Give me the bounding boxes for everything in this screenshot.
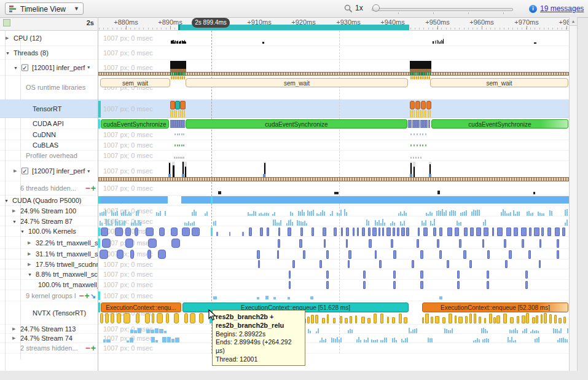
stream-activity-bar[interactable] (186, 223, 187, 226)
stream-activity-bar[interactable] (506, 213, 508, 216)
kernel-event-bar[interactable] (363, 271, 365, 279)
stream-activity-bar[interactable] (510, 212, 511, 216)
stream-activity-bar[interactable] (446, 329, 447, 333)
kernel-event-bar[interactable] (504, 239, 507, 248)
sidebar-item-threads[interactable]: ▼Threads (8) (0, 46, 98, 59)
stream-activity-bar[interactable] (528, 211, 530, 216)
stream-activity-bar[interactable] (356, 339, 358, 342)
kernel-event-bar[interactable] (334, 228, 337, 236)
kernel-event-bar[interactable] (148, 239, 157, 248)
zoom-slider-handle[interactable] (372, 4, 380, 12)
sem-wait-bar[interactable]: sem_wait (186, 78, 408, 87)
sem-wait-bar[interactable]: sem_wait (430, 78, 568, 87)
stream-activity-bar[interactable] (130, 338, 133, 342)
tick-mark[interactable] (181, 157, 182, 159)
stream-activity-bar[interactable] (192, 212, 193, 216)
stream-activity-bar[interactable] (249, 214, 251, 216)
messages-link[interactable]: 19 messages (540, 4, 584, 13)
kernel-event-bar[interactable] (361, 317, 365, 323)
kernel-event-bar[interactable] (484, 318, 486, 323)
tick-mark[interactable] (172, 110, 173, 117)
stream-activity-bar[interactable] (534, 331, 535, 333)
stream-activity-bar[interactable] (382, 340, 383, 342)
stream-activity-bar[interactable] (101, 223, 103, 226)
stream-activity-bar[interactable] (442, 209, 443, 216)
kernel-event-bar[interactable] (326, 281, 329, 289)
stream-activity-bar[interactable] (273, 220, 274, 226)
kernel-event-bar[interactable] (372, 228, 377, 236)
tick-mark[interactable] (414, 110, 415, 117)
kernel-event-bar[interactable] (459, 239, 461, 248)
stream-activity-bar[interactable] (101, 212, 103, 216)
stream-activity-bar[interactable] (164, 331, 167, 333)
stream-activity-bar[interactable] (559, 338, 560, 342)
kernel-event-bar[interactable] (158, 250, 166, 259)
kernel-event-bar[interactable] (348, 260, 350, 268)
zoom-slider-track[interactable] (372, 8, 513, 11)
tick-mark[interactable] (420, 110, 421, 117)
stream-activity-bar[interactable] (503, 209, 504, 216)
kernel-event-bar[interactable] (487, 271, 489, 279)
stream-activity-bar[interactable] (307, 210, 308, 216)
tick-mark[interactable] (418, 110, 419, 117)
stream-activity-bar[interactable] (272, 214, 273, 216)
stream-activity-bar[interactable] (368, 221, 369, 226)
tick-mark[interactable] (423, 110, 425, 117)
stream-activity-bar[interactable] (536, 338, 538, 342)
stream-activity-bar[interactable] (286, 223, 288, 226)
tick-mark[interactable] (176, 157, 177, 159)
stream-activity-bar[interactable] (485, 329, 486, 333)
kernel-event-bar[interactable] (125, 228, 131, 236)
stream-activity-bar[interactable] (530, 331, 531, 333)
stream-activity-bar[interactable] (396, 340, 397, 342)
nvtx-enqueue-bar[interactable]: ExecutionContext::enqu... (101, 303, 181, 312)
stream-activity-bar[interactable] (292, 222, 293, 226)
stream-activity-bar[interactable] (426, 213, 427, 216)
stream-activity-bar[interactable] (319, 341, 321, 342)
stream-activity-bar[interactable] (119, 220, 120, 226)
kernel-event-bar[interactable] (487, 250, 490, 259)
kernel-event-bar[interactable] (288, 228, 291, 236)
stream-activity-bar[interactable] (448, 330, 449, 333)
kernel-event-bar[interactable] (455, 228, 459, 236)
stream-activity-bar[interactable] (539, 213, 541, 216)
kernel-event-bar[interactable] (357, 228, 359, 236)
stream-activity-bar[interactable] (535, 339, 536, 342)
stream-activity-bar[interactable] (320, 212, 321, 216)
stream-activity-bar[interactable] (318, 214, 319, 216)
stream-activity-bar[interactable] (519, 212, 520, 216)
kernel-event-bar[interactable] (346, 228, 349, 236)
sidebar-item-stream113[interactable]: ▶24.7% Stream 113 (0, 325, 98, 333)
stream-activity-bar[interactable] (404, 211, 405, 216)
stream-activity-bar[interactable] (364, 339, 365, 342)
tick-mark[interactable] (178, 110, 179, 117)
tree-collapsed-icon[interactable]: ▶ (28, 262, 31, 267)
tick-mark[interactable] (181, 144, 182, 146)
stream-activity-bar[interactable] (135, 220, 136, 226)
stream-activity-bar[interactable] (304, 221, 305, 226)
stream-activity-bar[interactable] (428, 338, 429, 342)
kernel-event-bar[interactable] (229, 232, 231, 236)
stream-activity-bar[interactable] (122, 221, 123, 226)
stream-activity-bar[interactable] (131, 223, 132, 226)
kernel-event-bar[interactable] (525, 271, 527, 279)
stream-activity-bar[interactable] (194, 221, 195, 226)
stream-activity-bar[interactable] (339, 213, 340, 216)
stream-activity-bar[interactable] (276, 223, 278, 226)
stream-activity-bar[interactable] (428, 214, 429, 216)
kernel-event-bar[interactable] (541, 314, 543, 323)
tick-mark[interactable] (423, 76, 425, 79)
kernel-event-bar[interactable] (439, 228, 442, 236)
kernel-event-bar[interactable] (375, 250, 377, 259)
stream-activity-bar[interactable] (117, 211, 118, 216)
stream-activity-bar[interactable] (430, 221, 431, 226)
tick-mark[interactable] (180, 110, 181, 117)
stream-activity-bar[interactable] (340, 210, 342, 216)
kernel-event-bar[interactable] (311, 315, 314, 323)
stream-activity-bar[interactable] (392, 338, 393, 342)
stream-activity-bar[interactable] (251, 214, 253, 216)
tick-mark[interactable] (412, 110, 413, 117)
stream-activity-bar[interactable] (302, 210, 303, 216)
kernel-event-bar[interactable] (392, 317, 395, 323)
stream-activity-bar[interactable] (311, 211, 312, 216)
